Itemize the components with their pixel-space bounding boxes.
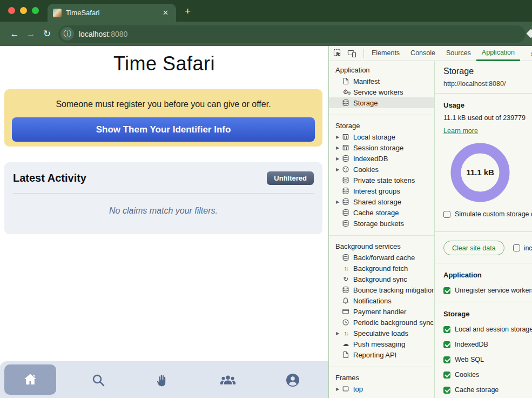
tree-item-background-sync[interactable]: ↻ Background sync [329,274,434,284]
nav-search-button[interactable] [90,372,107,388]
inspect-element-icon[interactable] [333,49,342,58]
tree-label: Storage [353,99,378,107]
bell-icon [342,297,349,304]
chevron-right-icon[interactable]: ▶ [336,156,342,161]
checkbox-checked[interactable] [443,372,450,379]
tree-item-indexeddb[interactable]: ▶ IndexedDB [329,153,434,164]
chevron-right-icon[interactable]: ▶ [336,387,342,392]
tree-label: Manifest [353,77,380,85]
tree-item-top-frame[interactable]: ▶ top [329,383,434,394]
checkbox-label: including third-party cookies [524,244,532,252]
panel-origin: http://localhost:8080/ [443,80,532,88]
tree-item-manifest[interactable]: Manifest [329,76,434,87]
cookies-checkbox-row[interactable]: Cookies [443,371,532,379]
tree-item-session-storage[interactable]: ▶ Session storage [329,142,434,153]
tree-label: Payment handler [353,308,406,316]
tab-application[interactable]: Application [476,46,520,61]
chevron-right-icon[interactable]: ▶ [336,135,342,140]
zoom-window-button[interactable] [32,7,39,14]
tree-item-bounce-tracking-mitigations[interactable]: Bounce tracking mitigations [329,284,434,295]
checkbox-checked[interactable] [443,326,450,333]
tree-item-cookies[interactable]: ▶ Cookies [329,164,434,175]
document-icon [342,351,349,359]
show-identifier-info-button[interactable]: Show Them Your Identifier Info [12,117,315,142]
checkbox-checked[interactable] [443,287,450,294]
minimize-window-button[interactable] [20,7,27,14]
tree-item-cache-storage[interactable]: Cache storage [329,207,434,218]
chevron-right-icon[interactable]: ▶ [336,167,342,172]
search-icon [91,373,106,388]
checkbox-label: IndexedDB [455,341,488,348]
section-background-services: Background services [329,241,434,252]
third-party-cookies-checkbox-row[interactable]: including third-party cookies [513,244,532,252]
sync-arrows-icon: ↻ [342,275,349,283]
tree-item-reporting-api[interactable]: Reporting API [329,349,434,360]
tree-item-payment-handler[interactable]: Payment handler [329,306,434,317]
tree-item-interest-groups[interactable]: Interest groups [329,185,434,196]
nav-give-button[interactable] [154,372,172,388]
forward-icon[interactable]: → [23,29,39,39]
device-toolbar-icon[interactable] [347,49,356,58]
tree-label: Speculative loads [353,329,408,337]
storage-detail-panel: Storage http://localhost:8080/ Usage 11.… [435,61,532,398]
tree-item-periodic-background-sync[interactable]: Periodic background sync [329,317,434,328]
nav-profile-button[interactable] [284,372,301,388]
checkbox-checked[interactable] [443,387,450,394]
tree-item-background-fetch[interactable]: ↑↓ Background fetch [329,263,434,274]
tree-item-notifications[interactable]: Notifications [329,295,434,306]
browser-tab[interactable]: TimeSafari ✕ [48,4,176,22]
chevron-right-icon[interactable]: ▶ [336,145,342,150]
divider [329,115,434,115]
tab-console[interactable]: Console [405,46,441,61]
tree-label: Background fetch [353,264,408,273]
chevron-right-icon[interactable]: ▶ [336,200,342,204]
tree-item-local-storage[interactable]: ▶ Local storage [329,131,434,142]
tree-item-service-workers[interactable]: ⚙⚙ Service workers [329,87,434,97]
site-favicon [53,9,62,17]
tree-label: Cache storage [353,209,399,217]
nav-home-button[interactable] [4,364,56,395]
latest-activity-card: Latest Activity Unfiltered No claims mat… [4,162,322,234]
checkbox-unchecked[interactable] [513,244,520,251]
url-port: :8080 [109,30,127,38]
clear-site-data-button[interactable]: Clear site data [443,241,504,255]
tree-item-speculative-loads[interactable]: ▶ ↑↓ Speculative loads [329,328,434,339]
unregister-service-workers-checkbox-row[interactable]: Unregister service workers [443,287,532,294]
address-bar[interactable]: ⓘ localhost:8080 [58,25,526,43]
tree-item-storage-buckets[interactable]: Storage buckets [329,218,434,229]
divider [329,235,434,236]
tree-label: IndexedDB [353,155,388,163]
checkbox-checked[interactable] [443,356,450,363]
chevron-right-icon[interactable]: ▶ [336,331,342,336]
tree-label: Local storage [353,133,395,141]
web-sql-checkbox-row[interactable]: Web SQL [443,356,532,363]
tree-item-push-messaging[interactable]: ☁ Push messaging [329,339,434,349]
unfiltered-button[interactable]: Unfiltered [267,171,314,185]
tab-close-icon[interactable]: ✕ [160,8,171,18]
tab-sources[interactable]: Sources [441,46,476,61]
url-host: localhost [79,30,109,38]
nav-contacts-button[interactable] [219,372,237,388]
webpage-viewport: Time Safari Someone must register you be… [0,46,328,398]
tree-item-back-forward-cache[interactable]: Back/forward cache [329,252,434,263]
close-window-button[interactable] [8,7,15,14]
site-info-icon[interactable]: ⓘ [60,27,74,41]
tree-item-storage[interactable]: Storage [329,97,434,108]
learn-more-link[interactable]: Learn more [443,127,478,135]
divider [435,231,532,232]
simulate-quota-checkbox-row[interactable]: Simulate custom storage quota [443,210,532,218]
back-icon[interactable]: ← [6,29,23,39]
cache-storage-checkbox-row[interactable]: Cache storage [443,386,532,394]
tab-elements[interactable]: Elements [366,46,405,61]
new-tab-button[interactable]: + [181,4,194,18]
tree-item-private-state-tokens[interactable]: Private state tokens [329,175,434,185]
checkbox-checked[interactable] [443,341,450,348]
tree-item-shared-storage[interactable]: ▶ Shared storage [329,196,434,207]
donut-label: 11.1 kB [466,168,494,177]
checkbox-unchecked[interactable] [443,211,450,218]
local-session-storage-checkbox-row[interactable]: Local and session storage [443,326,532,333]
indexeddb-checkbox-row[interactable]: IndexedDB [443,341,532,348]
page-title: Time Safari [0,52,328,75]
storage-section-heading: Storage [435,302,532,318]
reload-icon[interactable]: ↻ [39,28,55,39]
